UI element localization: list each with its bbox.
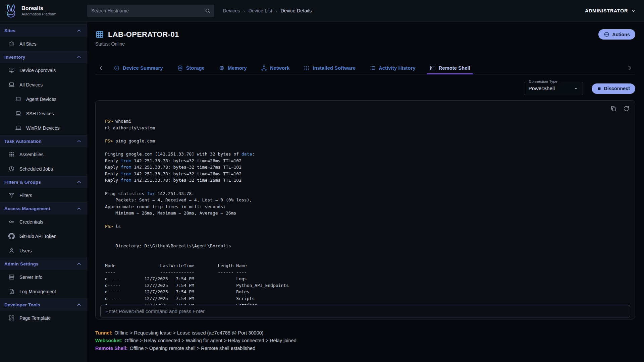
laptop-icon [15,125,21,131]
sidebar-item-page-template[interactable]: Page Template [0,311,87,325]
brand-subtitle: Automation Platform [21,12,56,16]
app-root: Borealis Automation Platform Devices › D… [0,0,644,362]
connection-status-lines: Tunnel:Offline > Requesting lease > Leas… [95,330,635,351]
shell-controls: Connection Type PowerShell Disconnect [95,82,635,95]
grid-icon [8,151,15,158]
breadcrumb-separator: › [244,8,245,14]
sidebar-item-assemblies[interactable]: Assemblies [0,147,87,162]
connection-type-select[interactable]: Connection Type PowerShell [524,82,583,95]
sidebar-item-server-info[interactable]: Server Info [0,270,87,284]
sidebar-item-log-management[interactable]: Log Management [0,284,87,299]
chevron-up-icon [76,54,82,60]
device-check-icon [8,67,15,73]
sidebar-section-admin-settings[interactable]: Admin Settings [0,258,87,270]
log-icon [8,288,15,295]
tab-memory[interactable]: Memory [212,62,254,74]
main-content: LAB-OPERATOR-01 Actions Status: Online D… [87,22,644,362]
sidebar-section-developer-tools[interactable]: Developer Tools [0,299,87,311]
history-icon [370,65,376,71]
device-grid-icon [95,30,104,39]
sidebar-item-all-sites[interactable]: All Sites [0,37,87,51]
websocket-status-label: Websocket: [95,338,122,343]
terminal-command-input[interactable] [100,305,630,317]
tab-scroll-left[interactable] [95,62,107,74]
breadcrumb-device-list[interactable]: Device List [249,8,272,13]
laptop-icon [15,110,21,117]
sidebar-item-scheduled-jobs[interactable]: Scheduled Jobs [0,162,87,176]
sidebar-item-ssh-devices[interactable]: SSH Devices [0,106,87,121]
breadcrumb-device-details: Device Details [281,8,312,13]
refresh-button[interactable] [623,105,630,113]
chevron-left-icon [98,65,104,71]
sidebar-item-credentials[interactable]: Credentials [0,215,87,229]
sidebar-item-agent-devices[interactable]: Agent Devices [0,92,87,106]
search-hostname-box[interactable] [87,5,214,17]
tunnel-status: Tunnel:Offline > Requesting lease > Leas… [95,330,635,336]
tab-storage[interactable]: Storage [170,62,212,74]
sidebar-section-access-management[interactable]: Access Management [0,202,87,215]
tab-activity-history[interactable]: Activity History [363,62,423,74]
laptop-icon [15,96,21,102]
borealis-logo [3,3,18,18]
terminal-icon [430,65,436,71]
tab-remote-shell[interactable]: Remote Shell [423,62,477,74]
ellipsis-icon [604,32,609,37]
chevron-up-icon [76,179,82,185]
tab-bar: Device Summary Storage Memory Network In… [95,62,635,74]
bank-icon [8,41,15,47]
copy-icon [610,105,617,112]
remote-shell-status: Remote Shell:Offline > Opening remote sh… [95,346,635,351]
info-icon [114,65,120,71]
sidebar-section-sites[interactable]: Sites [0,24,87,37]
actions-button[interactable]: Actions [598,29,635,40]
tab-installed-software[interactable]: Installed Software [297,62,363,74]
connection-type-value: PowerShell [529,85,555,92]
disconnect-button[interactable]: Disconnect [592,83,635,94]
template-icon [8,315,15,321]
user-menu[interactable]: ADMINISTRATOR [585,8,637,14]
network-icon [261,65,267,71]
user-menu-label: ADMINISTRATOR [585,8,628,13]
sidebar-item-filters[interactable]: Filters [0,188,87,202]
tab-device-summary[interactable]: Device Summary [107,62,170,74]
sidebar-item-users[interactable]: Users [0,243,87,258]
sidebar: Sites All Sites Inventory Device Approva… [0,22,87,362]
remote-shell-status-text: Offline > Opening remote shell > Remote … [130,346,256,351]
refresh-icon [623,105,630,112]
filter-icon [8,192,15,198]
sidebar-section-inventory[interactable]: Inventory [0,51,87,63]
search-input[interactable] [91,8,205,13]
topbar: Borealis Automation Platform Devices › D… [0,0,644,22]
sidebar-item-winrm-devices[interactable]: WinRM Devices [0,121,87,135]
remote-shell-status-label: Remote Shell: [95,346,128,351]
sidebar-section-task-automation[interactable]: Task Automation [0,135,87,147]
tunnel-status-text: Offline > Requesting lease > Lease issue… [114,330,263,336]
sidebar-item-all-devices[interactable]: All Devices [0,77,87,92]
tab-scroll-right[interactable] [624,62,635,74]
sidebar-item-github-api-token[interactable]: GitHub API Token [0,229,87,243]
tab-network[interactable]: Network [254,62,297,74]
connection-type-label: Connection Type [527,79,559,83]
clock-icon [8,166,15,172]
stop-icon [597,86,601,91]
copy-button[interactable] [610,105,617,113]
brand: Borealis Automation Platform [0,3,87,18]
chevron-down-icon [631,8,637,14]
server-icon [8,274,15,280]
sidebar-item-device-approvals[interactable]: Device Approvals [0,63,87,77]
chevron-up-icon [76,206,82,212]
terminal-output[interactable]: PS> whoamint authority\system PS> ping g… [96,101,635,305]
caret-down-icon [573,85,579,92]
sidebar-section-filters-groups[interactable]: Filters & Groups [0,176,87,188]
chevron-up-icon [76,302,82,308]
chevron-right-icon [626,65,633,71]
chevron-up-icon [76,138,82,144]
websocket-status-text: Offline > Relay connected > Waiting for … [124,338,297,343]
key-icon [8,219,15,225]
terminal-panel: PS> whoamint authority\system PS> ping g… [95,100,635,319]
apps-icon [304,65,310,71]
breadcrumb-devices[interactable]: Devices [223,8,240,13]
memory-icon [219,65,225,71]
storage-icon [177,65,183,71]
tunnel-status-label: Tunnel: [95,330,112,336]
